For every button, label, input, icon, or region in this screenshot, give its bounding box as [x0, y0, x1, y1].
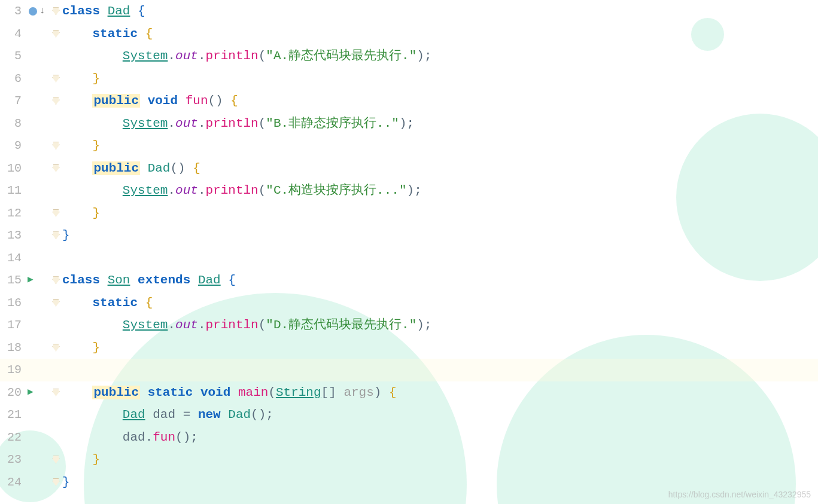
fold-icon[interactable]	[52, 75, 60, 83]
code-content[interactable]: }	[62, 448, 100, 471]
gutter[interactable]: ▶	[25, 381, 62, 404]
code-editor[interactable]: 3 ↓ class Dad { 4 static { 5 System.out.…	[0, 0, 818, 493]
gutter[interactable]	[25, 75, 62, 83]
gutter[interactable]	[25, 344, 62, 352]
code-content[interactable]: class Son extends Dad {	[62, 269, 236, 292]
code-line[interactable]: 4 static {	[0, 23, 818, 45]
line-number: 17	[0, 314, 25, 337]
code-content[interactable]: public static void main(String[] args) {	[62, 381, 397, 404]
code-line[interactable]: 14	[0, 247, 818, 270]
line-number: 12	[0, 202, 25, 225]
code-line[interactable]: 17 System.out.println("D.静态代码块最先执行.");	[0, 314, 818, 337]
line-number: 5	[0, 45, 25, 68]
line-number: 7	[0, 90, 25, 112]
gutter[interactable]: ↓	[25, 0, 62, 23]
code-content[interactable]: }	[62, 135, 100, 157]
code-content[interactable]: public void fun() {	[62, 90, 238, 112]
line-number: 18	[0, 337, 25, 359]
line-number: 24	[0, 471, 25, 494]
code-content[interactable]: }	[62, 337, 100, 359]
line-number: 21	[0, 404, 25, 426]
watermark-text: https://blog.csdn.net/weixin_43232955	[668, 490, 811, 499]
code-line[interactable]: 20 ▶ public static void main(String[] ar…	[0, 381, 818, 404]
code-line[interactable]: 22 dad.fun();	[0, 426, 818, 449]
gutter[interactable]	[25, 478, 62, 486]
run-icon[interactable]: ▶	[28, 269, 34, 292]
code-line[interactable]: 6 }	[0, 68, 818, 90]
fold-icon[interactable]	[52, 164, 60, 172]
fold-icon[interactable]	[52, 7, 60, 15]
arrow-down-icon: ↓	[39, 0, 45, 23]
code-line[interactable]: 11 System.out.println("C.构造块按序执行...");	[0, 179, 818, 202]
code-content[interactable]: }	[62, 202, 100, 225]
gutter[interactable]: ▶	[25, 269, 62, 292]
gutter[interactable]	[25, 30, 62, 38]
gutter[interactable]	[25, 299, 62, 307]
fold-icon[interactable]	[52, 478, 60, 486]
gutter[interactable]	[25, 209, 62, 217]
line-number: 14	[0, 247, 25, 270]
code-content[interactable]: static {	[62, 292, 153, 314]
gutter[interactable]	[25, 164, 62, 172]
fold-icon[interactable]	[52, 97, 60, 105]
line-number: 20	[0, 381, 25, 404]
code-line[interactable]: 8 System.out.println("B.非静态按序执行..");	[0, 112, 818, 135]
code-line[interactable]: 12 }	[0, 202, 818, 225]
code-line[interactable]: 9 }	[0, 135, 818, 157]
line-number: 13	[0, 224, 25, 247]
code-content[interactable]: }	[62, 471, 70, 494]
run-icon[interactable]: ▶	[28, 381, 34, 404]
breakpoint-icon[interactable]	[29, 7, 37, 16]
fold-icon[interactable]	[52, 142, 60, 149]
code-line[interactable]: 5 System.out.println("A.静态代码块最先执行.");	[0, 45, 818, 68]
line-number: 19	[0, 359, 25, 381]
line-number: 11	[0, 179, 25, 202]
gutter[interactable]	[25, 142, 62, 149]
line-number: 15	[0, 269, 25, 292]
code-line[interactable]: 16 static {	[0, 292, 818, 314]
fold-icon[interactable]	[52, 276, 60, 284]
code-line[interactable]: 21 Dad dad = new Dad();	[0, 404, 818, 426]
code-content[interactable]: class Dad {	[62, 0, 145, 23]
code-content[interactable]: }	[62, 224, 70, 247]
code-line[interactable]: 7 public void fun() {	[0, 90, 818, 112]
code-line[interactable]: 10 public Dad() {	[0, 157, 818, 180]
line-number: 10	[0, 157, 25, 180]
line-number: 4	[0, 23, 25, 45]
code-line[interactable]: 15 ▶ class Son extends Dad {	[0, 269, 818, 292]
code-content[interactable]: static {	[62, 23, 153, 45]
line-number: 6	[0, 68, 25, 90]
fold-icon[interactable]	[52, 231, 60, 239]
code-content[interactable]: public Dad() {	[62, 157, 200, 180]
code-content[interactable]: Dad dad = new Dad();	[62, 404, 273, 426]
line-number: 23	[0, 448, 25, 471]
code-content[interactable]: System.out.println("B.非静态按序执行..");	[62, 112, 414, 135]
line-number: 9	[0, 135, 25, 157]
fold-icon[interactable]	[52, 30, 60, 38]
line-number: 16	[0, 292, 25, 314]
line-number: 22	[0, 426, 25, 449]
fold-icon[interactable]	[52, 344, 60, 352]
fold-icon[interactable]	[52, 209, 60, 217]
fold-icon[interactable]	[52, 456, 60, 463]
code-content[interactable]: System.out.println("D.静态代码块最先执行.");	[62, 314, 432, 337]
code-content[interactable]: dad.fun();	[62, 426, 198, 449]
code-content[interactable]: System.out.println("A.静态代码块最先执行.");	[62, 45, 432, 68]
gutter[interactable]	[25, 231, 62, 239]
code-line[interactable]: 13 }	[0, 224, 818, 247]
line-number: 8	[0, 112, 25, 135]
code-line[interactable]: 3 ↓ class Dad {	[0, 0, 818, 23]
code-content[interactable]: System.out.println("C.构造块按序执行...");	[62, 179, 422, 202]
fold-icon[interactable]	[52, 299, 60, 307]
line-number: 3	[0, 0, 25, 23]
code-content[interactable]: }	[62, 68, 100, 90]
gutter[interactable]	[25, 97, 62, 105]
code-line[interactable]: 23 }	[0, 448, 818, 471]
gutter[interactable]	[25, 456, 62, 463]
code-line[interactable]: 18 }	[0, 337, 818, 359]
code-line-current[interactable]: 19	[0, 359, 818, 381]
fold-icon[interactable]	[52, 389, 60, 396]
